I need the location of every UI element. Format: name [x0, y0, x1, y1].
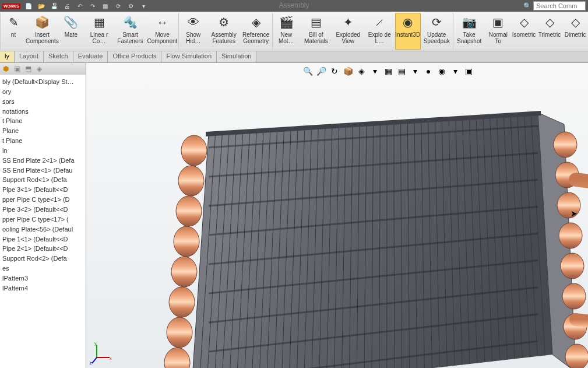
insert-components-button[interactable]: 📦Insert Components: [26, 13, 58, 50]
svg-point-2: [176, 196, 202, 226]
qa-rebuild-icon[interactable]: ⟳: [114, 1, 123, 10]
show-hidden-button[interactable]: 👁Show Hid…: [179, 13, 208, 50]
mate-icon: 📎: [63, 14, 79, 30]
explode-line-label: Explo de L…: [368, 31, 392, 44]
svg-point-74: [565, 344, 588, 368]
tab-ly[interactable]: ly: [0, 51, 15, 62]
tab-sim[interactable]: Simulation: [217, 51, 256, 62]
tree-item[interactable]: sors: [1, 97, 84, 107]
search-input[interactable]: [533, 1, 586, 10]
view-tool-12[interactable]: ▣: [463, 65, 474, 77]
smart-fasteners-icon: 🔩: [122, 14, 139, 30]
view-tool-8[interactable]: ▾: [409, 65, 421, 77]
take-snapshot-button[interactable]: 📷Take Snapshot: [453, 13, 485, 50]
feature-tab-icon[interactable]: ⬢: [1, 64, 10, 73]
orientation-triad[interactable]: y x z: [90, 341, 113, 365]
tree-item[interactable]: notations: [1, 107, 84, 117]
tree-item[interactable]: pper Pipe C type<17> (: [1, 215, 84, 225]
qa-undo-icon[interactable]: ↶: [75, 1, 84, 10]
update-speedpak-label: Update Speedpak: [424, 31, 450, 44]
tree-item[interactable]: ooling Plate<56> (Defaul: [1, 225, 84, 234]
reference-geometry-button[interactable]: ◈Reference Geometry: [240, 13, 272, 50]
tree-item[interactable]: Support Rod<1> (Defa: [1, 175, 84, 185]
tree-item[interactable]: ory: [1, 87, 84, 97]
view-tool-1[interactable]: 🔎: [315, 65, 327, 77]
qa-redo-icon[interactable]: ↷: [88, 1, 97, 10]
display-tab-icon[interactable]: ◈: [34, 64, 44, 73]
tab-sketch[interactable]: Sketch: [44, 51, 73, 62]
view-tool-10[interactable]: ◉: [436, 65, 448, 77]
dimetric-button[interactable]: ◇Dimetric: [562, 13, 588, 50]
tab-layout[interactable]: Layout: [15, 51, 44, 62]
tree-item[interactable]: lPattern4: [1, 283, 84, 293]
svg-point-5: [169, 287, 195, 317]
svg-point-3: [174, 226, 199, 257]
qa-open-icon[interactable]: 📂: [37, 1, 46, 10]
normal-to-label: Normal To: [489, 31, 508, 44]
qa-print-icon[interactable]: 🖨: [62, 1, 72, 10]
tree-item[interactable]: Plane: [1, 126, 84, 136]
tab-office[interactable]: Office Products: [108, 51, 161, 62]
assembly-features-label: Assembly Features: [211, 31, 236, 44]
bill-of-materials-button[interactable]: ▤Bill of Materials: [300, 13, 332, 50]
tree-item[interactable]: bly (Default<Display St…: [1, 77, 84, 87]
explode-line-button[interactable]: ⟋Explo de L…: [364, 13, 395, 50]
tree-item[interactable]: lPattern3: [1, 274, 84, 283]
graphics-viewport[interactable]: 🔍🔎↻📦◈▾▦▤▾●◉▾▣: [86, 63, 588, 368]
take-snapshot-icon: 📷: [461, 14, 477, 30]
main-area: ⬢ ▣ ⬒ ◈ bly (Default<Display St…orysorsn…: [0, 63, 588, 368]
view-tool-6[interactable]: ▦: [382, 65, 394, 77]
trimetric-button[interactable]: ◇Trimetric: [537, 13, 562, 50]
edit-component-button[interactable]: ✎nt: [1, 13, 26, 50]
view-tool-0[interactable]: 🔍: [302, 65, 314, 77]
new-motion-button[interactable]: 🎬New Mot…: [273, 13, 300, 50]
tree-item[interactable]: Pipe 3<2> (Default<<D: [1, 205, 84, 215]
view-tool-7[interactable]: ▤: [396, 65, 407, 77]
view-tool-11[interactable]: ▾: [449, 65, 461, 77]
qa-save-icon[interactable]: 💾: [50, 1, 59, 10]
search-container: 🔍: [523, 1, 586, 10]
tree-item[interactable]: SS End Plate 2<1> (Defa: [1, 156, 84, 166]
smart-fasteners-button[interactable]: 🔩Smart Fasteners: [114, 13, 146, 50]
view-tool-2[interactable]: ↻: [329, 65, 340, 77]
tree-item[interactable]: Pipe 1<1> (Default<<D: [1, 234, 84, 244]
svg-point-71: [561, 253, 584, 279]
qa-new-icon[interactable]: 📄: [24, 1, 33, 10]
tree-item[interactable]: Support Rod<2> (Defa: [1, 254, 84, 264]
move-component-button[interactable]: ↔Move Component: [146, 13, 178, 50]
tree-item[interactable]: Pipe 3<1> (Default<<D: [1, 185, 84, 195]
model-render: [133, 80, 588, 368]
edit-component-label: nt: [11, 31, 16, 38]
tab-evaluate[interactable]: Evaluate: [73, 51, 108, 62]
tree-item[interactable]: t Plane: [1, 136, 84, 146]
tree-item[interactable]: Pipe 2<1> (Default<<D: [1, 244, 84, 254]
tree-item[interactable]: in: [1, 146, 84, 156]
app-logo: WORKS: [2, 3, 20, 9]
reference-geometry-icon: ◈: [248, 14, 264, 30]
qa-dropdown-icon[interactable]: ▾: [139, 1, 149, 10]
view-tool-3[interactable]: 📦: [342, 65, 354, 77]
mate-button[interactable]: 📎Mate: [58, 13, 84, 50]
normal-to-button[interactable]: ▣Normal To: [485, 13, 511, 50]
view-tool-5[interactable]: ▾: [369, 65, 381, 77]
linear-co-button[interactable]: ▦Linea r Co…: [84, 13, 114, 50]
tree-item[interactable]: pper Pipe C type<1> (D: [1, 195, 84, 205]
update-speedpak-button[interactable]: ⟳Update Speedpak: [421, 13, 453, 50]
isometric-label: Isometric: [512, 31, 536, 38]
exploded-view-button[interactable]: ✦Exploded View: [332, 13, 364, 50]
view-tool-9[interactable]: ●: [422, 65, 434, 77]
qa-options-icon[interactable]: ⚙: [126, 1, 136, 10]
update-speedpak-icon: ⟳: [428, 14, 445, 30]
instant3d-button[interactable]: ◉Instant3D: [395, 13, 421, 50]
isometric-button[interactable]: ◇Isometric: [511, 13, 537, 50]
property-tab-icon[interactable]: ▣: [12, 64, 22, 73]
tab-flow[interactable]: Flow Simulation: [161, 51, 217, 62]
qa-select-icon[interactable]: ▦: [101, 1, 110, 10]
assembly-features-button[interactable]: ⚙Assembly Features: [208, 13, 240, 50]
config-tab-icon[interactable]: ⬒: [23, 64, 33, 73]
tree-item[interactable]: SS End Plate<1> (Defau: [1, 166, 84, 176]
tree-item[interactable]: es: [1, 264, 84, 274]
new-motion-label: New Mot…: [276, 31, 297, 44]
view-tool-4[interactable]: ◈: [355, 65, 367, 77]
tree-item[interactable]: t Plane: [1, 116, 84, 126]
